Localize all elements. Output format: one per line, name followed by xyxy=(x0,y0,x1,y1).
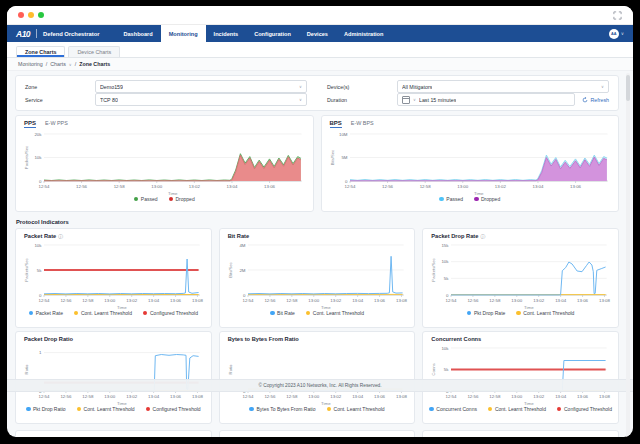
bps-chart-tab[interactable]: BPS xyxy=(330,120,342,128)
info-icon[interactable]: ⓘ xyxy=(480,233,485,239)
packet-drop-ratio-chart[interactable]: 0112:5412:5612:5813:0013:0213:0413:0613:… xyxy=(22,342,205,406)
legend-label: Passed xyxy=(141,196,158,202)
legend-label: Packet Rate xyxy=(36,310,63,316)
legend-item[interactable]: Pkt Drop Ratio xyxy=(26,406,66,412)
svg-text:Time: Time xyxy=(524,305,534,310)
svg-text:4M: 4M xyxy=(239,243,245,248)
bps-chart[interactable]: 05M10M12:5412:5612:5813:0013:0213:0413:0… xyxy=(328,128,613,196)
minimize-window-button[interactable] xyxy=(28,12,34,18)
service-select[interactable]: TCP 80 ∨ xyxy=(95,93,307,106)
packet-rate-title: Packet Rate xyxy=(24,233,56,239)
scrollbar-thumb[interactable] xyxy=(626,75,630,101)
concurrent-conns-legend: Concurrent ConnsCont. Learnt ThresholdCo… xyxy=(429,406,612,412)
svg-text:5k: 5k xyxy=(444,276,449,281)
close-window-button[interactable] xyxy=(18,12,24,18)
svg-text:Time: Time xyxy=(117,305,127,310)
svg-text:13:08: 13:08 xyxy=(396,298,408,303)
bytes-ratio-chart[interactable]: 012:5412:5612:5813:0013:0213:0413:0613:0… xyxy=(226,342,409,406)
svg-text:Bits/Sec: Bits/Sec xyxy=(227,262,232,277)
packet-drop-rate-chart[interactable]: 05k10k15k12:5412:5612:5813:0013:0213:041… xyxy=(429,239,612,310)
legend-item[interactable]: Bit Rate xyxy=(270,310,295,316)
refresh-label: Refresh xyxy=(590,97,609,103)
svg-text:12:54: 12:54 xyxy=(39,184,51,189)
legend-dot xyxy=(270,311,275,316)
legend-item[interactable]: Configured Threshold xyxy=(143,310,198,316)
maximize-window-button[interactable] xyxy=(38,12,44,18)
bps-chart-subtitle: E-W BPS xyxy=(351,120,374,126)
chevron-down-icon[interactable]: ∨ xyxy=(69,62,72,67)
legend-item[interactable]: Passed xyxy=(134,196,158,202)
bytes-ratio-title: Bytes to Bytes From Ratio xyxy=(228,336,299,342)
concurrent-conns-chart[interactable]: 05k10k12:5412:5612:5813:0013:0213:0413:0… xyxy=(429,342,612,406)
svg-text:Packets/Sec: Packets/Sec xyxy=(24,258,29,281)
svg-text:13:00: 13:00 xyxy=(151,184,163,189)
nav-item-dashboard[interactable]: Dashboard xyxy=(115,25,160,42)
nav-item-monitoring[interactable]: Monitoring xyxy=(161,25,206,42)
legend-item[interactable]: Cont. Learnt Threshold xyxy=(74,310,132,316)
legend-item[interactable]: Cont. Learnt Threshold xyxy=(516,310,574,316)
legend-dot xyxy=(26,407,31,412)
legend-item[interactable]: Dropped xyxy=(474,196,500,202)
user-menu[interactable]: AA ∨ xyxy=(609,25,633,42)
legend-item[interactable]: Cont. Learnt Threshold xyxy=(77,406,135,412)
avatar[interactable]: AA xyxy=(609,29,619,39)
nav-item-incidents[interactable]: Incidents xyxy=(206,25,247,42)
svg-text:5k: 5k xyxy=(37,268,42,273)
pps-chart-card: PPS E-W PPS 010k20k12:5412:5612:5813:001… xyxy=(15,115,314,212)
duration-picker[interactable]: ∨ Last 15 minutes xyxy=(397,93,575,106)
legend-item[interactable]: Configured Threshold xyxy=(146,406,201,412)
svg-text:12:56: 12:56 xyxy=(264,298,276,303)
legend-item[interactable]: Cont. Learnt Threshold xyxy=(306,310,364,316)
packet-rate-legend: Packet RateCont. Learnt ThresholdConfigu… xyxy=(22,310,205,316)
bit-rate-chart[interactable]: 02M4M12:5412:5612:5813:0013:0213:0413:06… xyxy=(226,239,409,310)
expand-icon[interactable] xyxy=(613,11,622,20)
chevron-down-icon: ∨ xyxy=(299,97,302,102)
legend-item[interactable]: Cont. Learnt Threshold xyxy=(488,406,546,412)
bit-rate-legend: Bit RateCont. Learnt Threshold xyxy=(226,310,409,316)
nav-divider xyxy=(36,29,37,38)
legend-label: Pkt Drop Ratio xyxy=(33,406,66,412)
legend-label: Dropped xyxy=(176,196,195,202)
vertical-scrollbar[interactable] xyxy=(626,73,630,437)
svg-text:5k: 5k xyxy=(444,367,449,372)
svg-text:12:58: 12:58 xyxy=(490,298,502,303)
svg-text:12:58: 12:58 xyxy=(286,298,298,303)
packet-rate-chart[interactable]: 05k10k12:5412:5612:5813:0013:0213:0413:0… xyxy=(22,239,205,310)
legend-item[interactable]: Cont. Learnt Threshold xyxy=(327,406,385,412)
legend-item[interactable]: Pkt Drop Rate xyxy=(467,310,505,316)
nav-menu: Dashboard Monitoring Incidents Configura… xyxy=(115,25,391,42)
svg-text:13:04: 13:04 xyxy=(148,298,160,303)
svg-text:12:58: 12:58 xyxy=(490,394,502,399)
pps-chart[interactable]: 010k20k12:5412:5612:5813:0013:0213:0413:… xyxy=(22,128,307,196)
legend-item[interactable]: Configured Threshold xyxy=(557,406,612,412)
svg-text:13:04: 13:04 xyxy=(352,298,364,303)
devices-select[interactable]: All Mitigators ∨ xyxy=(397,80,609,93)
zone-select[interactable]: Demo159 ∨ xyxy=(95,80,307,93)
legend-item[interactable]: Concurrent Conns xyxy=(429,406,477,412)
pps-chart-legend: PassedDropped xyxy=(22,196,307,202)
breadcrumb-section[interactable]: Monitoring xyxy=(18,61,43,67)
a10-logo[interactable]: A10 xyxy=(16,29,30,39)
svg-text:12:58: 12:58 xyxy=(286,394,298,399)
svg-text:Ratio: Ratio xyxy=(24,364,29,374)
nav-item-administration[interactable]: Administration xyxy=(336,25,391,42)
svg-text:13:02: 13:02 xyxy=(189,184,201,189)
nav-item-configuration[interactable]: Configuration xyxy=(246,25,299,42)
svg-text:13:02: 13:02 xyxy=(534,298,546,303)
legend-label: Cont. Learnt Threshold xyxy=(84,406,135,412)
svg-text:Time: Time xyxy=(524,401,534,406)
legend-item[interactable]: Bytes To Bytes From Ratio xyxy=(249,406,315,412)
nav-item-devices[interactable]: Devices xyxy=(299,25,336,42)
legend-label: Passed xyxy=(446,196,463,202)
refresh-button[interactable]: Refresh xyxy=(582,97,609,103)
breadcrumb-sub[interactable]: Charts xyxy=(50,61,66,67)
pps-chart-tab[interactable]: PPS xyxy=(24,120,36,128)
info-icon[interactable]: ⓘ xyxy=(58,233,63,239)
legend-item[interactable]: Packet Rate xyxy=(29,310,63,316)
legend-item[interactable]: Passed xyxy=(439,196,463,202)
zone-value: Demo159 xyxy=(100,84,123,90)
legend-label: Configured Threshold xyxy=(150,310,198,316)
tab-device-charts[interactable]: Device Charts xyxy=(68,46,120,58)
tab-zone-charts[interactable]: Zone Charts xyxy=(16,46,65,58)
legend-item[interactable]: Dropped xyxy=(169,196,195,202)
